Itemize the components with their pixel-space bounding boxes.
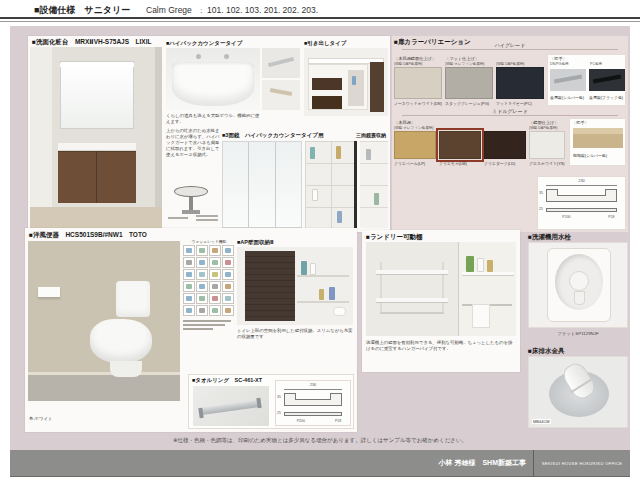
page-title: ■設備仕様 サニタリー — [34, 4, 130, 17]
laundry-photo — [366, 242, 516, 336]
color-group: (W型 DAP色扉柄) マットネイビー(PC) — [496, 56, 544, 106]
color-swatch-selected — [439, 131, 481, 159]
washlet-function-icon — [222, 305, 234, 316]
color-swatch — [484, 131, 526, 159]
dim-width: 230 — [538, 178, 625, 183]
handle-name: 金属製(ブラック色) — [589, 95, 627, 100]
drawer-type-label: ■引き出しタイプ — [304, 40, 346, 47]
high-grade-title: ハイグレード — [392, 42, 628, 48]
washlet-function-icon — [196, 281, 208, 292]
towel-ring-photo — [193, 386, 269, 426]
middle-grade-line — [402, 115, 618, 116]
faucet-valve — [569, 271, 589, 291]
three-panel-mirror-photo — [222, 141, 302, 228]
washlet-function-icon — [196, 257, 208, 268]
faucet-knob-icon — [224, 54, 229, 59]
washlet-function-icon — [209, 281, 221, 292]
color-name: グロスホワイト(YS) — [529, 161, 565, 166]
bottle-icon — [337, 211, 342, 223]
washlet-function-icon — [222, 281, 234, 292]
handle-sub: PC色用 — [590, 62, 602, 67]
drawer-interior — [348, 70, 364, 106]
toilet-photo — [28, 241, 180, 401]
highback-label: ■ハイバックカウンタータイプ — [166, 40, 242, 47]
closeup-shelf — [462, 272, 514, 276]
washlet-function-icon — [196, 245, 208, 256]
towel-ring-box: ■タオルリング SC-461-XT 230 35 25 P200 P18 — [188, 374, 354, 429]
handle-name: 樹脂製(シルバー色) — [573, 153, 625, 158]
color-name: ノースウッドホワイト(DN) — [394, 101, 442, 106]
bottle-icon — [487, 260, 493, 272]
footer-divider — [533, 450, 534, 477]
bottle-icon — [310, 147, 315, 159]
color-name: スタッググレージュ(PG) — [445, 101, 493, 106]
mirror-panel — [223, 142, 249, 227]
color-panel: ■扉カラーバリエーション ハイグレード 〔木目調鏡面仕上げ〕 (W型 DAP色扉… — [392, 36, 628, 232]
toilet-base — [110, 361, 142, 377]
color-swatch — [445, 67, 493, 99]
dim-h1: 35 — [539, 191, 543, 195]
dim-handle-shape — [284, 393, 342, 406]
dim-h2: 25 — [277, 411, 281, 415]
color-swatch — [529, 131, 565, 159]
faucet-arm — [268, 57, 294, 67]
color-group: クリエモカ(LM) — [439, 120, 481, 166]
high-grade-line — [402, 49, 618, 50]
diagram-note-bar — [196, 215, 218, 217]
washlet-function-icon — [209, 305, 221, 316]
washlet-function-icon — [196, 293, 208, 304]
faucet-detail-photo-2 — [262, 80, 300, 110]
vanity-label: ■洗面化粧台 MRXⅡVH-S75AJS LIXIL — [32, 38, 151, 47]
vanity-mirror-cabinet — [60, 61, 134, 129]
washer-faucet-label: ■洗濯機用水栓 — [528, 233, 571, 242]
towel-dimension-drawing: 230 35 25 P200 P18 — [275, 380, 351, 426]
washlet-function-icon — [183, 305, 195, 316]
bottle-icon — [352, 76, 356, 85]
dim-p1: P200 — [297, 419, 305, 423]
diagram-note-bar — [168, 217, 188, 219]
bottle-icon — [466, 256, 474, 272]
diagram-stem — [189, 197, 193, 210]
toilet-bowl — [90, 319, 152, 363]
cabinet-shelf — [297, 275, 349, 277]
bottle-icon — [477, 258, 484, 272]
vanity-photo-wall-right — [155, 47, 162, 207]
handle-box-high: 〔把手〕 DN/PG色用 PC色用 金属製(シルバー色) 金属製(ブラック色) — [547, 54, 626, 106]
towel-ring-label: ■タオルリング SC-461-XT — [192, 377, 262, 384]
vanity-base-cabinet — [58, 151, 136, 203]
mirror-panel — [249, 142, 275, 227]
bottle-icon — [312, 189, 318, 201]
dim-notch — [557, 189, 606, 196]
vanity-panel: ■洗面化粧台 MRXⅡVH-S75AJS LIXIL ■ハイバックカウンタータイ… — [28, 36, 390, 232]
vanity-floor — [30, 207, 162, 230]
vanity-mirror-light — [60, 63, 134, 67]
color-group: 〔マット仕上げ〕 (W型 オレフィン色扉柄) スタッググレージュ(PG) — [445, 56, 493, 106]
color-swatch — [394, 131, 436, 159]
open-drawer-front-2 — [312, 96, 342, 109]
faucet-diagram — [166, 184, 220, 228]
toilet-floor — [28, 375, 180, 401]
legend-text-bar — [183, 320, 231, 322]
vanity-cabinet-divider — [96, 151, 97, 203]
ap-cabinet-caption: トイレ上部の空間を利用した壁付収納。スリムながら充実の収納量です — [237, 328, 353, 340]
towel-bar — [201, 400, 259, 415]
handle-top-face — [573, 128, 623, 134]
hose-detail — [270, 88, 292, 96]
sink-bowl — [172, 62, 254, 106]
office-name: SEKISUI HOUSE HOKURIKU OFFICE — [536, 461, 628, 466]
mirror-panel — [276, 142, 301, 227]
faucet-detail-photo-1 — [262, 48, 300, 78]
side-storage-photo — [360, 141, 388, 228]
color-group: クリエダーク(LD) — [484, 120, 526, 166]
bottle-icon — [319, 289, 324, 300]
toilet-color-note: 色:ホワイト — [29, 416, 53, 422]
cabinet-sliding-door — [245, 251, 295, 321]
dim-bar-shape — [284, 412, 342, 416]
hanger-pipe — [380, 312, 444, 314]
black-handle-photo — [589, 69, 625, 91]
towel-bar-end — [256, 398, 261, 408]
washlet-grid — [183, 245, 235, 316]
diagram-base — [182, 210, 200, 214]
drawer-photo — [304, 48, 388, 116]
handle-bar — [593, 75, 621, 84]
